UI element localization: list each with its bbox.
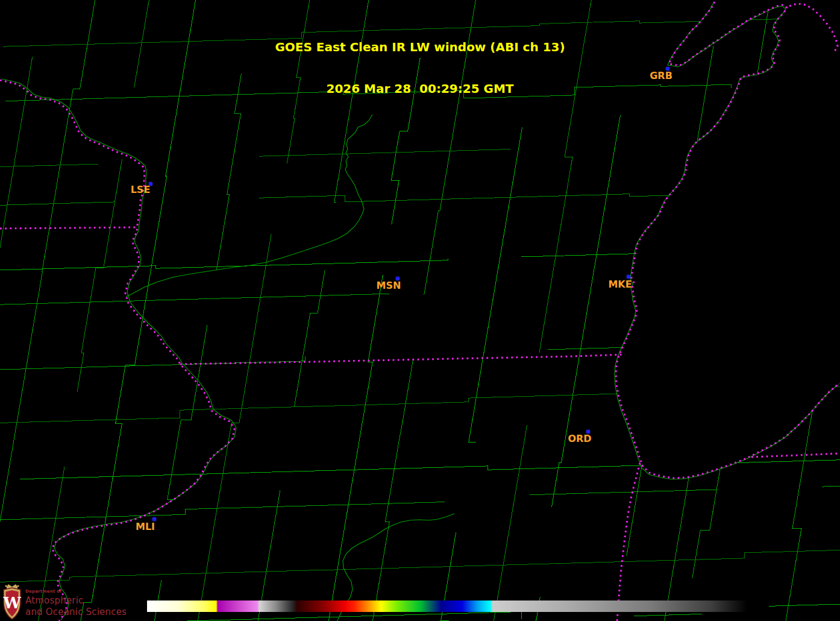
- county-line: [440, 127, 522, 621]
- station-dot-mke: [627, 275, 630, 279]
- uw-crest-icon: W: [2, 584, 22, 621]
- station-dot-grb: [666, 67, 669, 71]
- county-line: [494, 0, 591, 621]
- green-bay-water: [669, 0, 783, 66]
- svg-text:W: W: [2, 594, 21, 612]
- county-line: [81, 0, 196, 621]
- county-line: [39, 0, 149, 621]
- county-line: [258, 0, 369, 621]
- station-dot-lse: [149, 182, 152, 186]
- county-line: [0, 57, 33, 621]
- station-dot-ord: [586, 430, 590, 433]
- wisconsin-river: [126, 115, 372, 297]
- river-county-line: [2, 79, 236, 620]
- indiana-michigan-border: [751, 453, 840, 457]
- lake-michigan-water: [616, 0, 840, 478]
- county-line: [322, 58, 420, 621]
- logo-name-line1: Atmospheric: [25, 596, 127, 605]
- minnesota-iowa-border: [0, 227, 137, 229]
- temperature-colorbar: [147, 601, 747, 612]
- county-line: [0, 486, 840, 520]
- county-line: [5, 84, 731, 101]
- illinois-indiana-border: [617, 463, 640, 621]
- county-line: [0, 0, 95, 621]
- mississippi-river-border: [0, 80, 234, 621]
- station-dot-msn: [396, 277, 400, 280]
- station-dot-mli: [152, 517, 156, 521]
- logo-dept-line: Department of: [25, 590, 127, 594]
- uw-aos-logo: W Department of Atmospheric and Oceanic …: [2, 584, 127, 621]
- logo-name-line2: and Oceanic Sciences: [25, 608, 127, 617]
- county-line: [0, 550, 840, 582]
- county-line: [536, 115, 621, 621]
- satellite-map[interactable]: [0, 0, 840, 621]
- satellite-image-viewport[interactable]: GOES East Clean IR LW window (ABI ch 13)…: [0, 0, 840, 621]
